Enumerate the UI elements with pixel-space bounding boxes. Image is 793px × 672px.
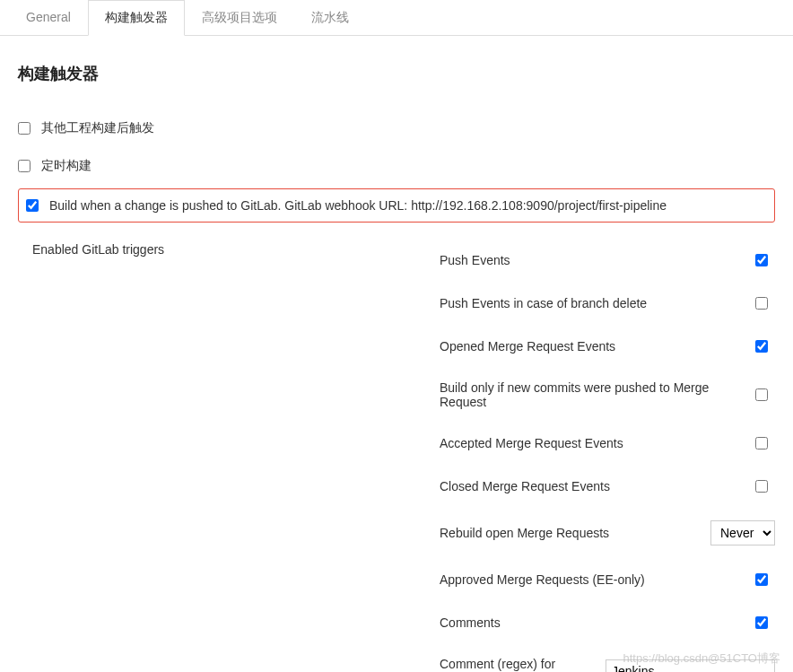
trigger-build-only-new-label: Build only if new commits were pushed to…	[440, 380, 755, 409]
trigger-push-events: Push Events	[440, 239, 775, 282]
trigger-opened-mr-checkbox[interactable]	[755, 340, 768, 353]
trigger-accepted-mr-checkbox[interactable]	[755, 437, 768, 449]
trigger-accepted-mr: Accepted Merge Request Events	[440, 422, 775, 465]
trigger-closed-mr-checkbox[interactable]	[755, 480, 768, 493]
checkbox-scheduled-input[interactable]	[18, 160, 30, 172]
trigger-rebuild-open-mr-select[interactable]: Never	[710, 520, 775, 545]
tab-build-triggers[interactable]: 构建触发器	[88, 0, 185, 36]
trigger-section-label: Enabled GitLab triggers	[18, 239, 440, 672]
trigger-closed-mr-label: Closed Merge Request Events	[440, 479, 755, 493]
section-title: 构建触发器	[18, 63, 775, 84]
trigger-push-events-label: Push Events	[440, 253, 755, 267]
trigger-approved-mr-label: Approved Merge Requests (EE-only)	[440, 572, 755, 587]
trigger-section: Enabled GitLab triggers Push Events Push…	[18, 239, 775, 672]
trigger-comment-regex-label: Comment (regex) for triggering a build	[440, 657, 606, 672]
trigger-comments-checkbox[interactable]	[755, 616, 768, 629]
checkbox-other-project: 其他工程构建后触发	[18, 113, 775, 144]
content-area: 构建触发器 其他工程构建后触发 定时构建 Build when a change…	[0, 36, 793, 672]
trigger-closed-mr: Closed Merge Request Events	[440, 465, 775, 508]
checkbox-other-project-input[interactable]	[18, 122, 30, 135]
trigger-push-events-delete-label: Push Events in case of branch delete	[440, 296, 755, 310]
checkbox-gitlab-push-row: Build when a change is pushed to GitLab.…	[18, 188, 775, 223]
trigger-comments: Comments	[440, 601, 775, 644]
trigger-push-events-delete: Push Events in case of branch delete	[440, 282, 775, 325]
tab-advanced-options[interactable]: 高级项目选项	[185, 0, 294, 36]
trigger-push-events-delete-checkbox[interactable]	[755, 297, 768, 310]
tab-pipeline[interactable]: 流水线	[294, 0, 366, 36]
trigger-build-only-new: Build only if new commits were pushed to…	[440, 368, 775, 422]
trigger-opened-mr-label: Opened Merge Request Events	[440, 339, 755, 353]
trigger-rebuild-open-mr-label: Rebuild open Merge Requests	[440, 526, 710, 540]
trigger-push-events-checkbox[interactable]	[755, 254, 768, 266]
checkbox-scheduled: 定时构建	[18, 151, 775, 181]
trigger-accepted-mr-label: Accepted Merge Request Events	[440, 436, 755, 450]
tabs-nav: General 构建触发器 高级项目选项 流水线	[0, 0, 793, 36]
checkbox-gitlab-push-input[interactable]	[26, 199, 39, 212]
trigger-opened-mr: Opened Merge Request Events	[440, 325, 775, 368]
trigger-comment-regex: Comment (regex) for triggering a build	[440, 644, 775, 672]
trigger-options-list: Push Events Push Events in case of branc…	[440, 239, 775, 672]
trigger-approved-mr: Approved Merge Requests (EE-only)	[440, 558, 775, 601]
checkbox-gitlab-push-label[interactable]: Build when a change is pushed to GitLab.…	[49, 198, 667, 213]
checkbox-scheduled-label[interactable]: 定时构建	[41, 158, 92, 174]
tab-general[interactable]: General	[9, 0, 88, 36]
trigger-comments-label: Comments	[440, 615, 755, 630]
trigger-build-only-new-checkbox[interactable]	[755, 388, 768, 401]
trigger-rebuild-open-mr: Rebuild open Merge Requests Never	[440, 508, 775, 558]
trigger-approved-mr-checkbox[interactable]	[755, 573, 768, 586]
trigger-comment-regex-input[interactable]	[606, 659, 775, 672]
checkbox-other-project-label[interactable]: 其他工程构建后触发	[41, 120, 154, 136]
